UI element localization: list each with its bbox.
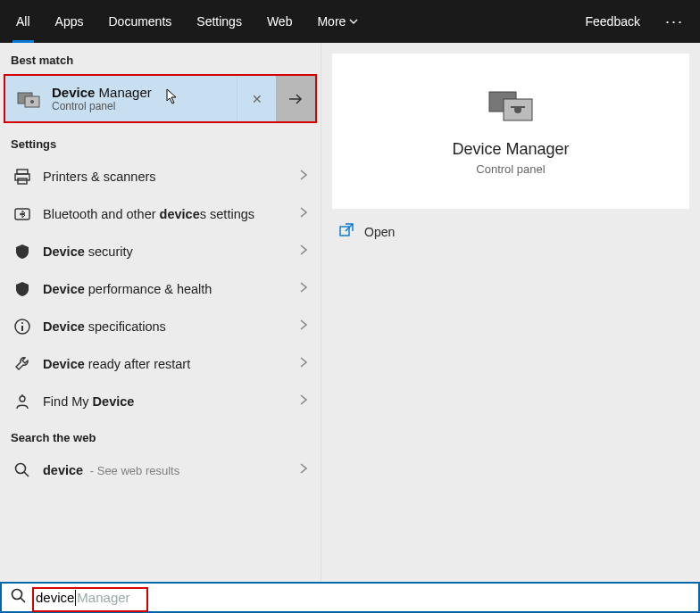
filter-tabs: All Apps Documents Settings Web More Fee… bbox=[0, 0, 700, 43]
svg-point-8 bbox=[21, 322, 23, 324]
tab-documents[interactable]: Documents bbox=[96, 0, 184, 43]
svg-point-10 bbox=[20, 396, 25, 402]
search-icon bbox=[12, 460, 32, 480]
settings-result[interactable]: Bluetooth and other devices settings bbox=[0, 195, 321, 233]
cursor-icon bbox=[166, 88, 179, 104]
web-result[interactable]: device - See web results bbox=[0, 451, 321, 489]
section-settings: Settings bbox=[0, 127, 321, 158]
search-bar[interactable]: device Manager bbox=[0, 582, 700, 613]
chevron-down-icon bbox=[349, 17, 358, 26]
settings-result-label: Bluetooth and other devices settings bbox=[43, 207, 299, 221]
settings-result[interactable]: Device ready after restart bbox=[0, 345, 321, 383]
preview-subtitle: Control panel bbox=[476, 162, 545, 176]
open-icon bbox=[339, 223, 354, 240]
search-input[interactable]: device Manager bbox=[36, 590, 130, 606]
chevron-right-icon bbox=[299, 462, 308, 478]
shield-icon bbox=[12, 242, 32, 261]
device-manager-large-icon bbox=[484, 87, 538, 126]
close-button[interactable]: ✕ bbox=[237, 76, 276, 121]
chevron-right-icon bbox=[299, 244, 308, 260]
shield-icon bbox=[12, 279, 32, 299]
tab-more[interactable]: More bbox=[304, 0, 371, 43]
svg-point-2 bbox=[30, 100, 34, 104]
settings-result-label: Find My Device bbox=[43, 394, 299, 409]
settings-result-label: Device specifications bbox=[43, 319, 299, 334]
svg-point-12 bbox=[16, 464, 26, 474]
tab-apps[interactable]: Apps bbox=[43, 0, 96, 43]
settings-result[interactable]: Printers & scanners bbox=[0, 158, 321, 195]
svg-line-13 bbox=[24, 472, 29, 476]
device-manager-icon bbox=[16, 88, 41, 110]
svg-point-19 bbox=[12, 589, 22, 599]
svg-line-20 bbox=[21, 598, 25, 602]
chevron-right-icon bbox=[299, 281, 308, 297]
best-match-subtitle: Control panel bbox=[52, 100, 152, 112]
settings-result[interactable]: Device specifications bbox=[0, 308, 321, 345]
preview-pane: Device Manager Control panel Open bbox=[321, 43, 700, 582]
feedback-link[interactable]: Feedback bbox=[573, 14, 653, 29]
svg-rect-17 bbox=[511, 106, 525, 108]
svg-rect-3 bbox=[17, 170, 28, 174]
best-match-row: Device Manager Control panel ✕ bbox=[4, 74, 317, 123]
settings-result[interactable]: Device security bbox=[0, 233, 321, 270]
svg-rect-9 bbox=[21, 326, 23, 331]
tab-settings[interactable]: Settings bbox=[184, 0, 254, 43]
section-search-web: Search the web bbox=[0, 420, 321, 451]
arrow-right-icon bbox=[288, 93, 304, 105]
section-best-match: Best match bbox=[0, 43, 321, 74]
chevron-right-icon bbox=[299, 356, 308, 372]
settings-result[interactable]: Find My Device bbox=[0, 383, 321, 420]
search-icon bbox=[11, 588, 27, 608]
results-pane: Best match Device Manager Control panel … bbox=[0, 43, 321, 582]
findmy-icon bbox=[12, 392, 32, 411]
web-result-label: device - See web results bbox=[43, 463, 299, 477]
info-icon bbox=[12, 317, 32, 336]
svg-rect-5 bbox=[18, 178, 27, 184]
preview-card: Device Manager Control panel bbox=[332, 54, 689, 209]
wrench-icon bbox=[12, 354, 32, 374]
open-action[interactable]: Open bbox=[332, 209, 689, 254]
bluetooth-icon bbox=[12, 204, 32, 224]
chevron-right-icon bbox=[299, 319, 308, 335]
tab-web[interactable]: Web bbox=[254, 0, 305, 43]
printer-icon bbox=[12, 167, 32, 186]
chevron-right-icon bbox=[299, 206, 308, 222]
chevron-right-icon bbox=[299, 393, 308, 410]
best-match-result[interactable]: Device Manager Control panel bbox=[5, 76, 237, 121]
settings-result[interactable]: Device performance & health bbox=[0, 270, 321, 308]
chevron-right-icon bbox=[299, 169, 308, 185]
tab-all[interactable]: All bbox=[4, 0, 43, 43]
best-match-title: Device Manager bbox=[52, 85, 152, 100]
preview-title: Device Manager bbox=[452, 140, 569, 159]
settings-result-label: Printers & scanners bbox=[43, 170, 299, 184]
open-preview-button[interactable] bbox=[276, 76, 315, 121]
settings-result-label: Device performance & health bbox=[43, 282, 299, 296]
settings-result-label: Device ready after restart bbox=[43, 357, 299, 371]
svg-rect-18 bbox=[340, 227, 349, 236]
more-options-button[interactable]: ··· bbox=[653, 12, 696, 31]
settings-result-label: Device security bbox=[43, 244, 299, 259]
